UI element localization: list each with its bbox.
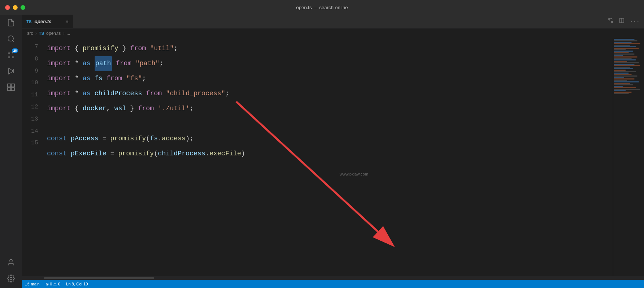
minimap-line xyxy=(614,90,626,91)
source-control-tab-icon[interactable] xyxy=(608,18,614,25)
minimap-line xyxy=(614,59,636,60)
line-num-11: 11 xyxy=(22,89,38,101)
more-actions-icon[interactable]: ··· xyxy=(630,18,640,25)
extensions-icon[interactable] xyxy=(6,82,16,92)
window-title: open.ts — search-online xyxy=(296,5,348,10)
token-import-11: import xyxy=(47,101,71,116)
minimap-line xyxy=(614,42,632,43)
window-controls xyxy=(5,5,25,10)
minimap-line xyxy=(614,58,632,59)
token-import-7: import xyxy=(47,41,71,56)
token-string-util-local: './util' xyxy=(158,101,190,116)
split-editor-icon[interactable] xyxy=(619,18,625,25)
code-line-10: import * as childProcess from "child_pro… xyxy=(47,86,613,101)
minimap-line xyxy=(614,92,632,93)
minimap-line xyxy=(614,77,624,78)
editor-area: TS open.ts ✕ ··· xyxy=(22,15,644,288)
watermark: www.pxlaw.com xyxy=(340,172,369,176)
token-execfile: execFile xyxy=(209,146,241,161)
maximize-button[interactable] xyxy=(21,5,25,10)
svg-point-0 xyxy=(8,36,14,41)
minimap-line xyxy=(614,81,639,82)
minimap-line xyxy=(614,55,623,56)
breadcrumb-ellipsis[interactable]: ... xyxy=(66,31,70,36)
minimap-line xyxy=(614,56,637,58)
minimap-line xyxy=(614,74,632,75)
token-string-fs: "fs" xyxy=(126,71,142,86)
main-layout: 28 xyxy=(0,15,644,288)
breadcrumb-filename[interactable]: open.ts xyxy=(46,31,61,36)
token-as-9: as xyxy=(83,71,91,86)
open-ts-tab[interactable]: TS open.ts ✕ xyxy=(22,15,73,28)
token-promisify-13: promisify xyxy=(110,131,146,146)
svg-rect-10 xyxy=(11,88,14,91)
token-access: access xyxy=(162,131,186,146)
minimap-line xyxy=(614,78,634,80)
token-wsl: wsl xyxy=(114,101,126,116)
breadcrumb-sep-2: › xyxy=(63,31,64,36)
minimap-content xyxy=(613,38,644,95)
code-line-13: const pAccess = promisify ( fs . access … xyxy=(47,131,613,146)
token-from-9: from xyxy=(106,71,122,86)
code-line-7: import { promisify } from "util" ; xyxy=(47,41,613,56)
activity-bar: 28 xyxy=(0,15,22,288)
line-num-13: 13 xyxy=(22,113,38,125)
files-icon[interactable] xyxy=(6,18,16,28)
token-from-10: from xyxy=(146,86,162,101)
token-string-child-process: "child_process" xyxy=(166,86,225,101)
minimize-button[interactable] xyxy=(13,5,18,10)
minimap-line xyxy=(614,93,629,94)
line-num-10: 10 xyxy=(22,77,38,89)
close-button[interactable] xyxy=(5,5,10,10)
minimap-line xyxy=(614,68,633,69)
search-icon[interactable] xyxy=(6,34,16,44)
token-as-8: as xyxy=(83,56,91,71)
horizontal-scrollbar[interactable] xyxy=(22,276,644,280)
token-fs: fs xyxy=(95,71,103,86)
minimap-line xyxy=(614,46,636,47)
svg-point-13 xyxy=(611,21,613,23)
source-control-icon[interactable]: 28 xyxy=(6,50,16,60)
source-control-badge: 28 xyxy=(12,48,18,53)
minimap-line xyxy=(614,48,639,49)
account-icon[interactable] xyxy=(6,257,16,267)
minimap-line xyxy=(614,89,640,90)
token-promisify-7: promisify xyxy=(83,41,118,56)
minimap-line xyxy=(614,62,639,63)
breadcrumb-src[interactable]: src xyxy=(27,31,33,36)
code-line-9: import * as fs from "fs" ; xyxy=(47,71,613,86)
line-num-9: 9 xyxy=(22,65,38,77)
minimap-line xyxy=(614,73,629,74)
code-line-14: const pExecFile = promisify ( childProce… xyxy=(47,146,613,161)
minimap-line xyxy=(614,51,633,52)
minimap-line xyxy=(614,75,637,77)
run-icon[interactable] xyxy=(6,66,16,76)
token-from-7: from xyxy=(130,41,146,56)
line-col-status: Ln 8, Col 19 xyxy=(66,282,88,286)
status-bar: ⎇ main ⊗ 0 ⚠ 0 Ln 8, Col 19 xyxy=(22,280,644,288)
svg-point-12 xyxy=(10,277,12,280)
code-line-15 xyxy=(47,161,613,176)
branch-status: ⎇ main xyxy=(25,282,40,287)
breadcrumb-ts-badge: TS xyxy=(39,31,44,36)
token-string-util: "util" xyxy=(150,41,174,56)
line-num-12: 12 xyxy=(22,101,38,113)
minimap-line xyxy=(614,71,636,72)
close-tab-button[interactable]: ✕ xyxy=(66,18,69,25)
svg-rect-8 xyxy=(11,84,14,87)
svg-marker-5 xyxy=(9,68,14,74)
token-import-10: import xyxy=(47,86,71,101)
svg-point-2 xyxy=(12,56,14,58)
token-promisify-14: promisify xyxy=(118,146,154,161)
activity-bottom xyxy=(6,257,16,288)
minimap-line xyxy=(614,87,636,88)
settings-icon[interactable] xyxy=(6,273,16,284)
minimap-line xyxy=(614,49,626,50)
errors-status: ⊗ 0 ⚠ 0 xyxy=(45,282,60,287)
svg-point-3 xyxy=(8,52,10,54)
token-from-11: from xyxy=(138,101,154,116)
code-area[interactable]: import { promisify } from "util" ; impor… xyxy=(44,38,613,276)
scroll-thumb[interactable] xyxy=(44,277,154,279)
token-pexecfile: pExecFile xyxy=(71,146,106,161)
minimap-line xyxy=(614,52,629,53)
